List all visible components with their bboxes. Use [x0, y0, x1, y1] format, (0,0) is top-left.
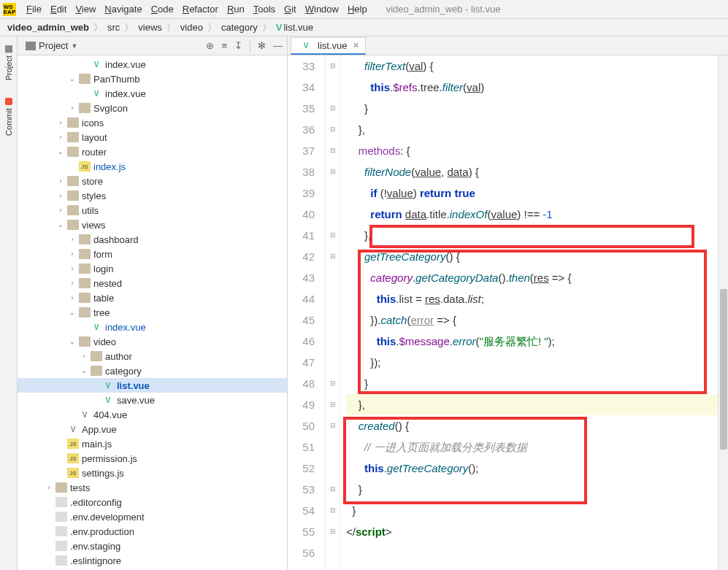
menu-refactor[interactable]: Refactor — [178, 4, 223, 15]
fold-marker[interactable]: ⊟ — [329, 246, 337, 267]
tree-item[interactable]: ›dashboard — [18, 232, 287, 247]
menu-tools[interactable]: Tools — [249, 4, 280, 15]
code-line[interactable]: }); — [346, 352, 728, 373]
settings-icon[interactable]: ✻ — [258, 40, 266, 51]
chevron-right-icon[interactable]: › — [69, 280, 76, 287]
tree-item[interactable]: ›layout — [18, 130, 287, 145]
tree-item[interactable]: ·index.vue — [18, 57, 287, 72]
tree-item[interactable]: ›SvgIcon — [18, 101, 287, 115]
tree-item[interactable]: ›utils — [18, 203, 287, 217]
breadcrumb-item[interactable]: views — [135, 22, 165, 33]
code-line[interactable]: this.list = res.data.list; — [346, 288, 728, 309]
tree-item[interactable]: ›icons — [18, 115, 287, 130]
chevron-right-icon[interactable]: › — [69, 104, 76, 112]
chevron-down-icon[interactable]: ⌄ — [57, 221, 64, 228]
tree-item[interactable]: ·main.js — [18, 436, 287, 451]
code-line[interactable]: methods: { — [346, 140, 728, 161]
tree-item[interactable]: ›table — [18, 290, 287, 305]
tree-item[interactable]: ⌄views — [18, 217, 287, 232]
locate-icon[interactable]: ⊕ — [206, 40, 214, 51]
chevron-right-icon[interactable]: › — [57, 192, 64, 199]
code-line[interactable]: getTreeCategory() { — [346, 246, 728, 267]
tool-tab-project[interactable]: Project — [3, 41, 15, 85]
menu-edit[interactable]: Edit — [46, 4, 71, 15]
tree-item[interactable]: ›login — [18, 261, 287, 276]
chevron-right-icon[interactable]: › — [69, 236, 76, 243]
chevron-right-icon[interactable]: › — [80, 353, 88, 360]
code-line[interactable]: filterText(val) { — [346, 55, 728, 77]
chevron-down-icon[interactable]: ⌄ — [57, 148, 64, 155]
tree-item[interactable]: ⌄category — [18, 363, 287, 378]
code-line[interactable]: this.$message.error("服务器繁忙! "); — [346, 331, 728, 352]
code-line[interactable]: }, — [346, 394, 728, 415]
menu-code[interactable]: Code — [147, 4, 178, 15]
tree-item[interactable]: ·save.vue — [18, 393, 287, 407]
tree-item[interactable]: ›form — [18, 247, 287, 261]
code-line[interactable]: return data.title.indexOf(value) !== -1 — [346, 204, 728, 225]
code-line[interactable]: this.getTreeCategory(); — [346, 458, 728, 479]
fold-marker[interactable]: ⊟ — [329, 521, 337, 542]
tree-item[interactable]: ›author — [18, 349, 287, 363]
tree-item[interactable]: ›tests — [18, 480, 287, 495]
menu-run[interactable]: Run — [223, 4, 249, 15]
chevron-down-icon[interactable]: ⌄ — [69, 338, 76, 345]
fold-marker[interactable]: ⊟ — [329, 98, 337, 119]
code-line[interactable]: this.$refs.tree.filter(val) — [346, 77, 728, 98]
menu-help[interactable]: Help — [343, 4, 372, 15]
expand-icon[interactable]: ≡ — [221, 40, 227, 51]
fold-marker[interactable]: ⊟ — [329, 415, 337, 436]
minimize-icon[interactable]: — — [273, 40, 283, 51]
code-editor[interactable]: 3334353637383940414243444546474849505152… — [288, 55, 728, 570]
menu-view[interactable]: View — [71, 4, 100, 15]
chevron-right-icon[interactable]: › — [69, 294, 76, 301]
chevron-right-icon[interactable]: › — [45, 484, 53, 491]
tree-item[interactable]: ·index.js — [18, 159, 287, 174]
vertical-scrollbar[interactable] — [718, 55, 728, 570]
code-line[interactable]: }, — [346, 225, 728, 246]
menu-navigate[interactable]: Navigate — [100, 4, 146, 15]
code-line[interactable]: filterNode(value, data) { — [346, 161, 728, 182]
tree-item[interactable]: ›styles — [18, 188, 287, 203]
fold-marker[interactable]: ⊟ — [329, 140, 337, 161]
tree-item[interactable]: ›store — [18, 174, 287, 188]
chevron-right-icon[interactable]: › — [69, 265, 76, 272]
fold-marker[interactable]: ⊟ — [329, 225, 337, 246]
chevron-down-icon[interactable]: ⌄ — [69, 309, 76, 316]
tree-item[interactable]: ⌄router — [18, 145, 287, 159]
code-line[interactable]: </script> — [346, 521, 728, 542]
fold-marker[interactable]: ⊟ — [329, 161, 337, 182]
menu-window[interactable]: Window — [301, 4, 343, 15]
code-line[interactable]: }).catch(error => { — [346, 309, 728, 331]
tool-tab-commit[interactable]: Commit — [3, 93, 15, 140]
code-line[interactable]: created() { — [346, 415, 728, 436]
tree-item[interactable]: ·.env.production — [18, 524, 287, 539]
breadcrumb-item[interactable]: Vlist.vue — [273, 22, 316, 33]
fold-marker[interactable]: ⊟ — [329, 394, 337, 415]
tree-item[interactable]: ·list.vue — [18, 378, 287, 393]
code-line[interactable]: if (!value) return true — [346, 182, 728, 204]
code-line[interactable]: category.getCategoryData().then(res => { — [346, 267, 728, 288]
fold-marker[interactable]: ⊟ — [329, 479, 337, 500]
chevron-right-icon[interactable]: › — [57, 177, 64, 185]
code-line[interactable] — [346, 542, 728, 563]
breadcrumb-item[interactable]: src — [104, 22, 123, 33]
tree-item[interactable]: ·.editorconfig — [18, 495, 287, 509]
code-line[interactable]: } — [346, 500, 728, 521]
scrollbar-thumb[interactable] — [720, 289, 727, 450]
code-line[interactable]: }, — [346, 119, 728, 140]
code-line[interactable]: } — [346, 373, 728, 394]
code-line[interactable]: // 一进入页面就加载分类列表数据 — [346, 436, 728, 458]
close-icon[interactable]: ✕ — [353, 41, 359, 50]
tree-item[interactable]: ·404.vue — [18, 407, 287, 422]
tree-item[interactable]: ⌄tree — [18, 305, 287, 320]
chevron-right-icon[interactable]: › — [69, 250, 76, 258]
tree-item[interactable]: ⌄PanThumb — [18, 72, 287, 86]
collapse-icon[interactable]: ↧ — [234, 40, 242, 51]
editor-tab-listvue[interactable]: list.vue ✕ — [291, 37, 366, 55]
tree-item[interactable]: ·settings.js — [18, 466, 287, 480]
chevron-right-icon[interactable]: › — [57, 207, 64, 214]
chevron-right-icon[interactable]: › — [57, 119, 64, 126]
tree-item[interactable]: ·.env.development — [18, 509, 287, 524]
chevron-right-icon[interactable]: › — [57, 134, 64, 141]
fold-marker[interactable]: ⊟ — [329, 373, 337, 394]
